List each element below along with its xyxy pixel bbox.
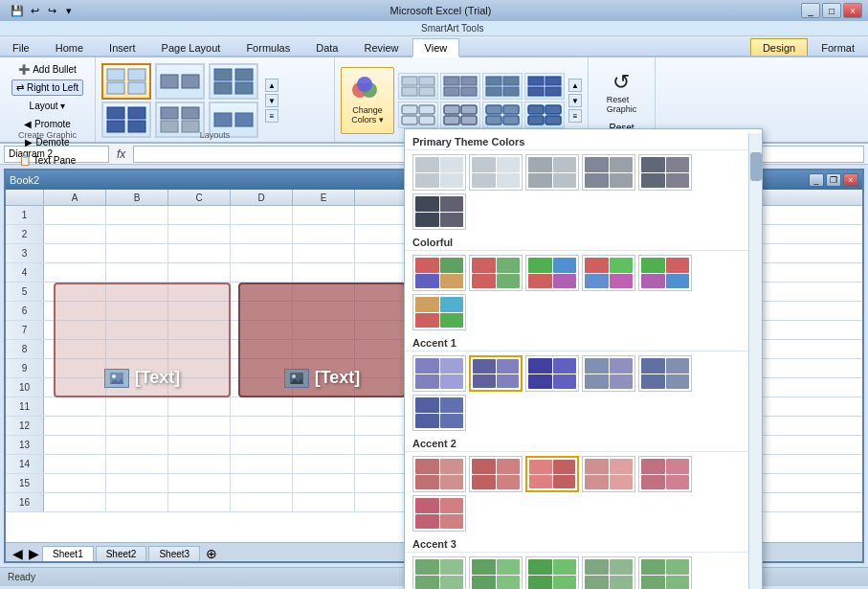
smartart-image-placeholder-1 bbox=[104, 369, 129, 388]
accent3-swatch-1[interactable] bbox=[412, 556, 466, 586]
tab-formulas[interactable]: Formulas bbox=[234, 38, 302, 56]
tab-page-layout[interactable]: Page Layout bbox=[149, 38, 234, 56]
maximize-button[interactable]: □ bbox=[822, 3, 841, 18]
layout-button[interactable]: Layout ▾ bbox=[25, 98, 71, 114]
sheet-tab-1[interactable]: Sheet1 bbox=[42, 546, 94, 561]
accent1-swatch-4[interactable] bbox=[582, 355, 635, 392]
tab-format[interactable]: Format bbox=[809, 38, 867, 56]
col-header-d[interactable]: D bbox=[231, 190, 293, 205]
dropdown-arrow-icon[interactable]: ▾ bbox=[61, 3, 77, 18]
accent3-swatch-2[interactable] bbox=[469, 556, 523, 586]
col-header-e[interactable]: E bbox=[293, 190, 355, 205]
save-icon[interactable]: 💾 bbox=[10, 3, 25, 18]
redo-icon[interactable]: ↪ bbox=[44, 3, 59, 18]
tab-view[interactable]: View bbox=[412, 38, 460, 57]
svg-rect-35 bbox=[528, 77, 544, 85]
styles-more[interactable]: ≡ bbox=[568, 109, 582, 123]
smartart-text-2: [Text] bbox=[315, 368, 361, 388]
colorful-swatch-3[interactable] bbox=[525, 255, 579, 291]
group-layouts-label: Layouts bbox=[96, 130, 334, 140]
accent1-swatch-2[interactable] bbox=[469, 355, 523, 392]
accent1-swatch-5[interactable] bbox=[638, 355, 692, 392]
colorful-swatch-5[interactable] bbox=[638, 255, 692, 291]
close-button[interactable]: × bbox=[843, 3, 862, 18]
style-thumb-7[interactable] bbox=[482, 102, 523, 128]
sheet-nav-left[interactable]: ◀ bbox=[10, 546, 26, 561]
svg-rect-29 bbox=[444, 87, 459, 96]
primary-swatch-6[interactable] bbox=[412, 193, 466, 230]
style-thumb-5[interactable] bbox=[398, 102, 438, 128]
accent2-swatch-1[interactable] bbox=[412, 456, 466, 492]
accent1-swatch-3[interactable] bbox=[525, 355, 579, 392]
styles-scroll-down[interactable]: ▼ bbox=[568, 94, 582, 107]
colorful-swatch-6[interactable] bbox=[412, 294, 466, 330]
svg-rect-2 bbox=[107, 82, 124, 94]
tab-design[interactable]: Design bbox=[750, 38, 808, 56]
style-thumb-6[interactable] bbox=[440, 102, 480, 128]
accent3-swatch-3[interactable] bbox=[525, 556, 579, 586]
right-to-left-button[interactable]: ⇄ Right to Left bbox=[11, 79, 83, 96]
sheet-tab-2[interactable]: Sheet2 bbox=[96, 546, 147, 561]
primary-swatch-2[interactable] bbox=[469, 154, 523, 191]
style-thumb-4[interactable] bbox=[524, 73, 565, 100]
smartart-box-1[interactable]: [Text] bbox=[54, 283, 231, 397]
styles-scroll-up[interactable]: ▲ bbox=[568, 79, 582, 92]
add-bullet-button[interactable]: ➕ Add Bullet bbox=[13, 61, 81, 78]
accent1-swatch-6[interactable] bbox=[412, 395, 466, 431]
accent2-swatch-3[interactable] bbox=[525, 456, 579, 492]
style-thumb-1[interactable] bbox=[398, 73, 438, 100]
layout-thumb-3[interactable] bbox=[209, 63, 258, 100]
accent2-swatch-2[interactable] bbox=[469, 456, 523, 492]
svg-rect-30 bbox=[461, 87, 477, 96]
primary-swatch-1[interactable] bbox=[412, 154, 466, 191]
excel-close-button[interactable]: × bbox=[843, 173, 858, 187]
sheet-nav-right[interactable]: ▶ bbox=[26, 546, 42, 561]
tab-data[interactable]: Data bbox=[303, 38, 350, 56]
layout-thumb-1[interactable] bbox=[101, 63, 151, 100]
layouts-scroll-down[interactable]: ▼ bbox=[265, 94, 278, 107]
style-thumb-3[interactable] bbox=[482, 73, 523, 100]
colorful-swatch-4[interactable] bbox=[582, 255, 635, 291]
insert-sheet-button[interactable]: ⊕ bbox=[202, 546, 221, 561]
accent2-swatch-4[interactable] bbox=[582, 456, 635, 492]
col-header-b[interactable]: B bbox=[106, 190, 168, 205]
styles-grid bbox=[398, 73, 565, 128]
tab-insert[interactable]: Insert bbox=[97, 38, 148, 56]
style-thumb-8[interactable] bbox=[524, 102, 565, 128]
layouts-scroll-up[interactable]: ▲ bbox=[265, 79, 278, 92]
tab-home[interactable]: Home bbox=[43, 38, 96, 56]
change-colors-button[interactable]: ChangeColors ▾ bbox=[341, 67, 394, 134]
colorful-swatch-1[interactable] bbox=[412, 255, 466, 291]
reset-graphic-button[interactable]: ↺ ResetGraphic bbox=[600, 66, 644, 118]
colorful-swatch-2[interactable] bbox=[469, 255, 523, 291]
accent3-swatch-5[interactable] bbox=[638, 556, 692, 586]
scrollbar-thumb[interactable] bbox=[750, 152, 762, 181]
col-header-c[interactable]: C bbox=[168, 190, 231, 205]
accent2-swatch-5[interactable] bbox=[638, 456, 692, 492]
minimize-button[interactable]: _ bbox=[801, 3, 820, 18]
col-header-a[interactable]: A bbox=[44, 190, 106, 205]
smartart-box-2[interactable]: [Text] bbox=[238, 283, 406, 397]
dropdown-scrollbar[interactable] bbox=[748, 133, 762, 586]
tab-file[interactable]: File bbox=[0, 38, 42, 56]
section-accent2-title: Accent 2 bbox=[405, 435, 748, 452]
primary-swatch-4[interactable] bbox=[582, 154, 635, 191]
layouts-more[interactable]: ≡ bbox=[265, 109, 278, 123]
primary-swatch-3[interactable] bbox=[525, 154, 579, 191]
layout-thumb-2[interactable] bbox=[155, 63, 205, 100]
accent3-swatch-4[interactable] bbox=[582, 556, 635, 586]
accent2-swatch-6[interactable] bbox=[412, 495, 466, 532]
tab-review[interactable]: Review bbox=[351, 38, 411, 56]
primary-swatch-5[interactable] bbox=[638, 154, 692, 191]
sheet-tab-3[interactable]: Sheet3 bbox=[148, 546, 200, 561]
accent1-swatch-1[interactable] bbox=[412, 355, 466, 392]
svg-rect-49 bbox=[486, 116, 501, 125]
svg-rect-27 bbox=[444, 77, 459, 85]
excel-minimize-button[interactable]: _ bbox=[809, 173, 824, 187]
svg-rect-50 bbox=[503, 116, 519, 125]
style-thumb-2[interactable] bbox=[440, 73, 480, 100]
undo-icon[interactable]: ↩ bbox=[27, 3, 42, 18]
smartart-graphic[interactable]: [Text] [Text] bbox=[52, 225, 411, 417]
svg-rect-8 bbox=[214, 82, 232, 94]
excel-restore-button[interactable]: ❐ bbox=[826, 173, 841, 187]
